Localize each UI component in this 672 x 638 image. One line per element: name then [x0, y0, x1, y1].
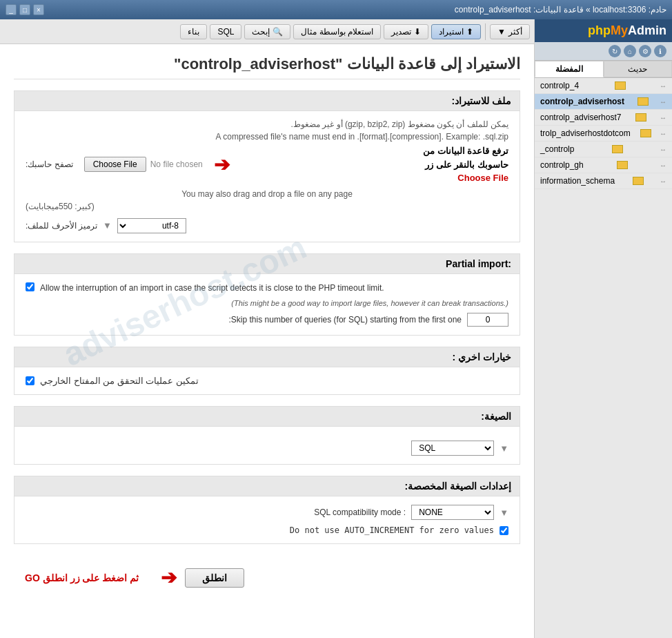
- annotation-choose-highlight: Choose File: [457, 173, 508, 183]
- search-label: إبحث: [252, 27, 270, 37]
- foreign-key-row: تمكين عمليات التحقق من المفتاح الخارجي: [26, 376, 508, 386]
- db-icon-6: [617, 161, 628, 169]
- format-select-row: SQL ▼: [26, 441, 508, 456]
- db-icon-3: [635, 113, 646, 122]
- custom-format-header: إعدادات الصيغة المخصصة:: [14, 476, 520, 496]
- footer-section: انطلق ➔ ثم اضغط على زر انطلق GO: [14, 555, 520, 600]
- db-item-arrow-2: ↔: [660, 98, 666, 106]
- admin-text: Admin: [628, 23, 666, 37]
- size-note: (كبير: 550ميجابايت): [26, 202, 95, 211]
- sidebar: phpMyAdmin ↻ ⌂ ⚙ ℹ حديث المفضلة: [534, 19, 672, 638]
- info-icon[interactable]: ℹ: [654, 45, 666, 57]
- charset-row: utf-8 ▼ ترميز الأحرف للملف:: [26, 218, 508, 233]
- more-arrow-icon: ▼: [497, 27, 506, 37]
- close-btn[interactable]: ×: [33, 4, 44, 15]
- sql-mode-label: SQL compatibility mode :: [314, 508, 406, 517]
- build-label: بناء: [188, 27, 199, 37]
- title-bar-text: حادم: localhost:3306 » قاعدة البيانات: c…: [455, 5, 666, 14]
- partial-import-section: Partial import: Allow the interruption o…: [14, 253, 520, 336]
- toolbar-query[interactable]: استعلام بواسطة مثال: [293, 24, 381, 39]
- toolbar-import[interactable]: ⬆ استيراد: [431, 24, 481, 39]
- tab-recent[interactable]: حديث: [604, 61, 673, 77]
- charset-select[interactable]: utf-8: [117, 218, 186, 233]
- db-item-controlp[interactable]: ↔ controlp_: [535, 142, 672, 157]
- toolbar-sql[interactable]: SQL: [210, 24, 241, 39]
- foreign-key-checkbox[interactable]: [26, 376, 34, 385]
- other-options-section: خيارات اخري : تمكين عمليات التحقق من الم…: [14, 347, 520, 395]
- db-name-6: controlp_gh: [540, 160, 584, 170]
- db-list: ↔ controlp_4 ↔ controlp_adviserhost ↔ co…: [535, 78, 672, 189]
- allow-interrupt-label: Allow the interruption of an import in c…: [40, 282, 508, 294]
- db-item-arrow-1: ↔: [660, 82, 666, 90]
- skip-label: :Skip this number of queries (for SQL) s…: [229, 315, 462, 325]
- italic-note: (This might be a good way to import larg…: [26, 299, 508, 307]
- title-bar: _ □ × حادم: localhost:3306 » قاعدة البيا…: [0, 0, 672, 19]
- choose-file-button[interactable]: Choose File: [84, 157, 146, 172]
- db-item-trolp-adviserhostdotcom[interactable]: ↔ trolp_adviserhostdotcom: [535, 126, 672, 142]
- toolbar-build[interactable]: بناء: [180, 24, 207, 39]
- home-icon[interactable]: ⌂: [624, 45, 636, 57]
- db-item-information-schema[interactable]: ↔ information_schema: [535, 173, 672, 189]
- minimize-btn[interactable]: _: [6, 4, 17, 15]
- db-item-arrow-7: ↔: [660, 177, 666, 185]
- toolbar-more[interactable]: أكثر ▼: [490, 24, 530, 39]
- page-title: الاستيراد إلى قاعدة البيانات "controlp_a…: [14, 55, 520, 79]
- db-item-arrow-5: ↔: [660, 146, 666, 153]
- db-name-7: information_schema: [540, 176, 615, 186]
- refresh-icon[interactable]: ↻: [609, 45, 621, 57]
- window-controls[interactable]: _ □ ×: [6, 4, 44, 15]
- page-content: adviserhost.com الاستيراد إلى قاعدة البي…: [0, 44, 534, 638]
- sidebar-icons-row: ↻ ⌂ ⚙ ℹ: [535, 42, 672, 61]
- partial-section-body: Allow the interruption of an import in c…: [14, 274, 520, 336]
- toolbar: أكثر ▼ ⬆ استيراد ⬇ تصدير استعلام بواسطة …: [0, 19, 534, 44]
- sql-mode-row: SQL compatibility mode : NONE ▼: [26, 505, 508, 520]
- custom-format-section: إعدادات الصيغة المخصصة: SQL compatibilit…: [14, 476, 520, 544]
- file-section-header: ملف للاستيراد:: [14, 91, 520, 111]
- db-icon-4: [640, 129, 651, 137]
- db-item-controlp-adviserhost7[interactable]: ↔ controlp_adviserhost7: [535, 110, 672, 126]
- db-icon-5: [612, 145, 623, 153]
- skip-input[interactable]: 0: [467, 313, 508, 327]
- db-name-2: controlp_adviserhost: [540, 97, 624, 106]
- settings-icon[interactable]: ⚙: [639, 45, 651, 57]
- toolbar-sep-1: [485, 23, 486, 40]
- my-text: My: [611, 23, 628, 37]
- query-label: استعلام بواسطة مثال: [301, 27, 373, 37]
- maximize-btn[interactable]: □: [19, 4, 30, 15]
- toolbar-search[interactable]: 🔍 إبحث: [244, 24, 290, 39]
- file-section-body: يمكن للملف أن يكون مضغوط (gzip, bzip2, z…: [14, 111, 520, 242]
- db-item-controlp4[interactable]: ↔ controlp_4: [535, 78, 672, 94]
- format-select[interactable]: SQL: [411, 441, 494, 456]
- foreign-key-label: تمكين عمليات التحقق من المفتاح الخارجي: [40, 376, 199, 386]
- more-label: أكثر: [508, 27, 522, 37]
- go-button[interactable]: انطلق: [185, 568, 244, 588]
- allow-interrupt-row: Allow the interruption of an import in c…: [26, 282, 508, 294]
- arrow-to-file: ➔: [214, 153, 230, 176]
- db-item-arrow-4: ↔: [660, 130, 666, 137]
- allow-interrupt-checkbox[interactable]: [26, 282, 34, 291]
- db-item-controlp-gh[interactable]: ↔ controlp_gh: [535, 157, 672, 173]
- export-icon: ⬇: [414, 27, 421, 37]
- format-note: A compressed file's name must end in .[f…: [216, 132, 508, 142]
- footer-annotation: ثم اضغط على زر انطلق GO: [25, 572, 139, 583]
- import-icon: ⬆: [466, 27, 473, 37]
- annotation-text: ترفع قاعدة البيانات من حاسوبك بالنقر على…: [423, 144, 508, 185]
- auto-increment-row: Do not use AUTO_INCREMENT for zero value…: [26, 525, 508, 535]
- db-icon-2: [638, 97, 649, 106]
- format-header: الصيغة:: [14, 407, 520, 427]
- tab-favorites[interactable]: المفضلة: [535, 61, 604, 77]
- toolbar-export[interactable]: ⬇ تصدير: [384, 24, 428, 39]
- db-item-controlp-adviserhost[interactable]: ↔ controlp_adviserhost: [535, 94, 672, 110]
- sidebar-tabs: حديث المفضلة: [535, 61, 672, 78]
- file-input-wrapper: No file chosen Choose File: [84, 157, 203, 172]
- db-name-4: trolp_adviserhostdotcom: [540, 128, 631, 138]
- sql-mode-arrow-icon: ▼: [500, 508, 508, 518]
- skip-row: :Skip this number of queries (for SQL) s…: [26, 313, 508, 327]
- right-arrow-icon: ➔: [214, 153, 230, 176]
- no-file-text: No file chosen: [150, 160, 203, 169]
- auto-increment-checkbox[interactable]: [500, 526, 508, 535]
- format-section: الصيغة: SQL ▼: [14, 406, 520, 465]
- sql-mode-select[interactable]: NONE: [411, 505, 494, 520]
- db-name-3: controlp_adviserhost7: [540, 113, 621, 122]
- db-item-arrow-6: ↔: [660, 162, 666, 169]
